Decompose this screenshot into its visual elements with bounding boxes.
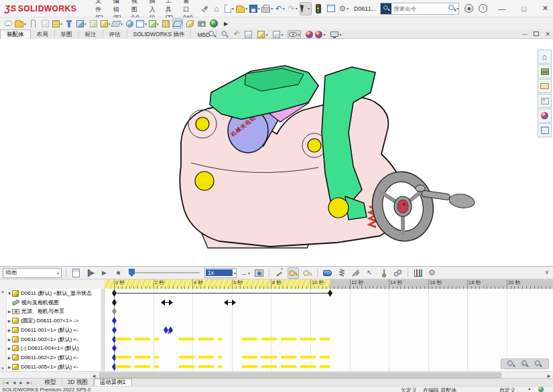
mate-button[interactable] — [27, 18, 38, 29]
change-bar[interactable] — [115, 338, 159, 340]
view-orientation-button[interactable]: ▾ — [272, 30, 284, 39]
component-pattern-button[interactable]: ▾ — [52, 18, 62, 29]
show-hidden-components-button[interactable] — [88, 18, 99, 29]
playback-seek-slider[interactable] — [129, 269, 200, 277]
graphics-viewport[interactable]: 机械夹电钻 — [0, 39, 553, 266]
reference-geometry-button[interactable]: ▾ — [112, 18, 123, 29]
appearances-button[interactable] — [538, 109, 552, 123]
help-icon[interactable]: ? — [479, 4, 487, 13]
expand-icon[interactable]: ▶ — [7, 337, 12, 342]
component-pair-key[interactable] — [164, 326, 174, 334]
track-component[interactable] — [105, 353, 553, 362]
calculate-button[interactable] — [70, 267, 82, 279]
damper-button[interactable] — [350, 267, 361, 279]
stop-button[interactable]: ■ — [113, 267, 124, 279]
display-pane-button[interactable] — [325, 2, 337, 15]
status-caret-icon[interactable]: ▴ — [528, 386, 531, 391]
camera-move-key[interactable] — [161, 300, 173, 306]
change-bar[interactable] — [115, 356, 159, 358]
save-animation-button[interactable] — [253, 267, 265, 279]
motion-study-properties-button[interactable]: ⚙ — [426, 267, 438, 279]
tree-row-orientation[interactable]: 视向及相机视图 — [7, 298, 101, 307]
keyframe[interactable] — [112, 317, 117, 324]
print-button[interactable]: ▾ — [261, 2, 273, 15]
toolbar-flyout-button[interactable]: ▶ — [221, 18, 231, 29]
tree-row-component[interactable]: ▶D0611-002<1> (默认) <- — [7, 335, 101, 344]
close-button[interactable]: ✕ — [537, 4, 553, 13]
home-button[interactable]: ⌂ — [210, 2, 223, 15]
force-button[interactable]: ↖ — [364, 267, 375, 279]
track-component[interactable] — [105, 316, 553, 325]
tab-3d-views[interactable]: 3D 视图 — [62, 379, 94, 387]
contact-button[interactable] — [392, 267, 404, 279]
assembly-features-button[interactable]: ▾ — [100, 18, 111, 29]
zoom-fit-timeline-button[interactable] — [507, 361, 515, 368]
tab-motion-study-1[interactable]: 运动算例1 — [94, 379, 132, 387]
first-tab-button[interactable]: ❘◀ — [0, 380, 11, 385]
maximize-button[interactable]: □ — [516, 5, 532, 13]
change-bar[interactable] — [115, 365, 159, 368]
tab-annotation[interactable]: 标注 — [79, 29, 103, 39]
timeline-tracks[interactable]: + − — [105, 289, 553, 371]
edit-appearance-button[interactable]: ▾ — [305, 30, 326, 39]
play-button[interactable]: ▶ — [99, 267, 110, 279]
playback-speed-dropdown[interactable]: 1x ▾ — [204, 268, 237, 278]
scroll-down-icon[interactable]: ▼ — [1, 367, 5, 371]
minimize-button[interactable]: — — [493, 5, 511, 13]
command-search[interactable]: ▾ — [380, 3, 459, 15]
change-bar[interactable] — [242, 365, 330, 368]
new-document-button[interactable]: ▾ — [223, 2, 235, 15]
resources-button[interactable]: ⌂ — [538, 50, 552, 64]
search-icon[interactable] — [448, 5, 456, 12]
add-key-button[interactable] — [302, 267, 313, 279]
previous-view-button[interactable]: ↶ — [233, 30, 240, 39]
tab-assembly[interactable]: 装配体 — [0, 29, 31, 39]
next-tab-button[interactable]: ▶ — [17, 380, 25, 385]
tree-row-lights[interactable]: ▶光源、相机与布景 — [7, 307, 101, 316]
zoom-to-fit-button[interactable] — [208, 30, 217, 39]
change-bar[interactable] — [179, 338, 222, 340]
scroll-up-icon[interactable]: ▲ — [1, 289, 5, 293]
gravity-button[interactable] — [378, 267, 389, 279]
tree-scrollbar[interactable]: ▲ ▼ — [0, 289, 7, 371]
keyframe-end[interactable] — [328, 289, 332, 297]
open-button[interactable]: ▾ — [236, 2, 248, 15]
expand-icon[interactable]: ▶ — [7, 346, 12, 350]
seek-track[interactable] — [129, 272, 200, 273]
tree-row-component[interactable]: ▶(-) D0611-004<1> (默认) — [7, 344, 101, 352]
design-library-button[interactable] — [538, 64, 552, 78]
hide-show-items-button[interactable]: ▾ — [288, 30, 301, 39]
zoom-to-area-button[interactable] — [221, 30, 229, 39]
chevron-down-icon[interactable]: ▾ — [456, 6, 458, 11]
update-speedpak-button[interactable] — [184, 18, 195, 29]
tab-model[interactable]: 模型 — [40, 379, 62, 387]
track-component[interactable] — [105, 335, 553, 344]
expand-icon[interactable]: ▼ — [7, 291, 12, 296]
spring-button[interactable] — [336, 267, 347, 279]
doc-close-button[interactable]: ✕ — [545, 31, 550, 38]
expand-icon[interactable]: ▶ — [7, 309, 12, 314]
customize-label[interactable]: 自定义 — [499, 387, 515, 392]
seek-thumb[interactable] — [129, 269, 135, 277]
scrollbar-thumb[interactable] — [99, 373, 501, 378]
custom-properties-button[interactable] — [538, 123, 552, 137]
redo-button[interactable]: ↷▾ — [287, 2, 299, 15]
tree-row-component[interactable]: ▶D0611-002<2> (默认) <- — [7, 353, 101, 362]
track-orientation[interactable] — [105, 298, 553, 307]
search-input[interactable] — [391, 5, 448, 12]
playback-mode-button[interactable]: →▾ — [239, 267, 251, 279]
prev-tab-button[interactable]: ◀ — [11, 380, 18, 385]
track-component[interactable] — [105, 344, 553, 352]
keyframe[interactable] — [112, 326, 117, 334]
track-assembly[interactable] — [105, 289, 553, 298]
select-button[interactable]: ▾ — [300, 2, 312, 15]
file-explorer-button[interactable] — [538, 79, 552, 93]
expand-icon[interactable]: ▶ — [7, 365, 12, 369]
view-settings-button[interactable]: ▾ — [330, 30, 342, 39]
tab-layout[interactable]: 布局 — [31, 29, 55, 39]
animation-wizard-button[interactable] — [273, 267, 285, 279]
tab-evaluate[interactable]: 评估 — [103, 29, 127, 39]
insert-components-button[interactable]: ▾ — [15, 18, 26, 29]
new-motion-study-button[interactable] — [124, 18, 135, 29]
explode-line-sketch-button[interactable] — [160, 18, 171, 29]
